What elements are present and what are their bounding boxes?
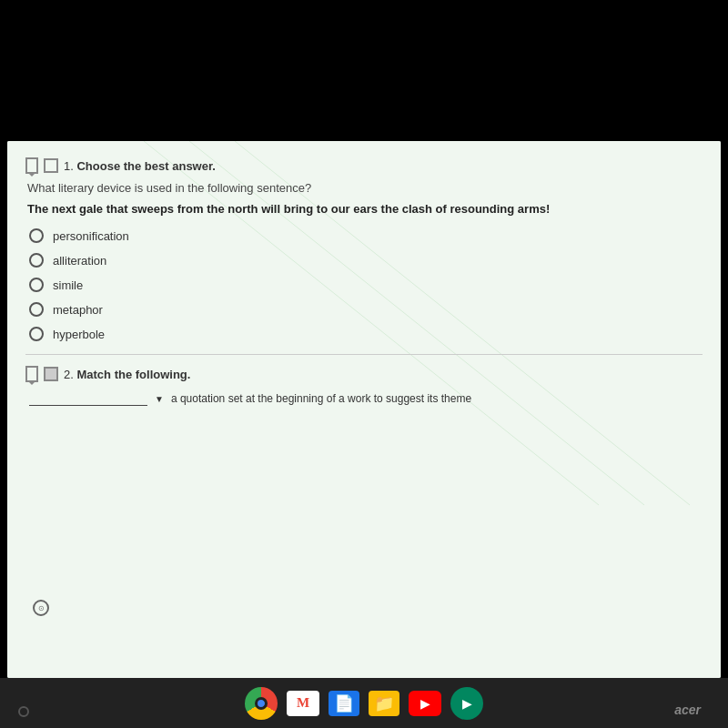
files-taskbar-icon[interactable]: 📄	[329, 691, 359, 716]
question-1-header: 1. Choose the best answer.	[25, 157, 703, 174]
question-1-block: 1. Choose the best answer. What literary…	[25, 157, 703, 341]
options-list: personification alliteration simile meta…	[29, 228, 703, 341]
folder-taskbar-icon[interactable]: 📁	[369, 691, 399, 716]
question-instruction: Choose the best answer.	[76, 159, 215, 173]
clock-icon: ⊙	[33, 600, 49, 616]
match-description: a quotation set at the beginning of a wo…	[171, 392, 471, 405]
option-label-hyperbole: hyperbole	[53, 328, 105, 341]
question-1-quote: The next gale that sweeps from the north…	[27, 202, 703, 216]
option-simile[interactable]: simile	[29, 278, 703, 292]
clock-area: ⊙	[33, 600, 49, 616]
question-2-label: 2. Match the following.	[64, 368, 190, 381]
option-metaphor[interactable]: metaphor	[29, 302, 703, 317]
flag-icon-2[interactable]	[44, 367, 58, 381]
option-hyperbole[interactable]: hyperbole	[29, 327, 703, 341]
taskbar: M 📄 📁 ▶ ▶	[0, 678, 728, 728]
option-label-metaphor: metaphor	[53, 303, 103, 317]
acer-logo: acer	[674, 703, 701, 717]
radio-personification[interactable]	[29, 228, 44, 243]
radio-hyperbole[interactable]	[29, 327, 44, 341]
question-2-number: 2.	[64, 368, 74, 381]
option-alliteration[interactable]: alliteration	[29, 253, 703, 268]
dropdown-arrow-icon[interactable]: ▼	[155, 394, 164, 404]
chrome-taskbar-icon[interactable]	[245, 687, 278, 720]
radio-metaphor[interactable]	[29, 302, 44, 317]
home-button[interactable]	[18, 706, 29, 717]
match-dropdown[interactable]	[29, 391, 147, 406]
flag-icon[interactable]	[44, 158, 58, 173]
radio-alliteration[interactable]	[29, 253, 44, 268]
option-label-simile: simile	[53, 278, 83, 292]
question-1-text: What literary device is used in the foll…	[27, 181, 703, 195]
match-row: ▼ a quotation set at the beginning of a …	[29, 391, 703, 406]
radio-simile[interactable]	[29, 278, 44, 292]
gmail-taskbar-icon[interactable]: M	[287, 691, 319, 716]
question-2-instruction: Match the following.	[76, 368, 190, 381]
question-1-label: 1. Choose the best answer.	[64, 159, 216, 173]
bookmark-icon-2[interactable]	[25, 366, 38, 382]
divider	[25, 354, 703, 355]
option-personification[interactable]: personification	[29, 228, 703, 243]
option-label-personification: personification	[53, 229, 129, 243]
question-number: 1.	[64, 159, 74, 173]
youtube-taskbar-icon[interactable]: ▶	[409, 691, 441, 716]
question-2-block: 2. Match the following. ▼ a quotation se…	[25, 366, 703, 406]
bookmark-icon[interactable]	[25, 157, 38, 174]
play-store-taskbar-icon[interactable]: ▶	[450, 687, 483, 720]
question-2-header: 2. Match the following.	[25, 366, 703, 382]
option-label-alliteration: alliteration	[53, 254, 106, 268]
